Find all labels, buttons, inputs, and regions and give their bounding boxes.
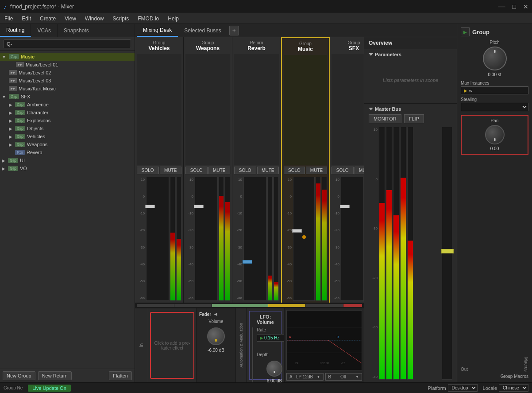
tab-selected-buses[interactable]: Selected Buses [178, 24, 227, 37]
tree-item-ui[interactable]: ▶ Grp UI [0, 156, 135, 164]
fader-thumb-sfx[interactable] [340, 205, 350, 208]
scroll-seg-6-red [343, 304, 362, 307]
minimize-btn[interactable]: — [498, 3, 505, 11]
fader-slider-vehicles[interactable] [146, 177, 169, 301]
channel-weapons: Group Weapons SOLO MUTE 100-10-20-30-40-… [184, 37, 232, 303]
mute-btn-weapons[interactable]: MUTE [208, 167, 231, 174]
flip-button[interactable]: FLIP [404, 114, 424, 123]
solo-btn-music[interactable]: SOLO [284, 167, 305, 174]
parameters-header[interactable]: Parameters [369, 52, 452, 57]
locale-select[interactable]: Chinese [499, 384, 528, 392]
tree-item-music-level03[interactable]: ▶▶ Music/Level 03 [0, 77, 135, 85]
svg-text:A: A [289, 335, 291, 339]
tree-item-music-level02[interactable]: ▶▶ Music/Level 02 [0, 69, 135, 77]
fader-thumb-reverb[interactable] [243, 260, 252, 264]
tab-vcas[interactable]: VCAs [31, 24, 58, 37]
fader-thumb-vehicles[interactable] [145, 205, 155, 208]
menu-help[interactable]: Help [163, 13, 183, 23]
solo-btn-weapons[interactable]: SOLO [185, 167, 208, 174]
fader-slider-reverb[interactable] [243, 177, 266, 301]
mute-btn-vehicles[interactable]: MUTE [160, 167, 182, 174]
fader-slider-sfx[interactable] [341, 177, 364, 301]
fader-area-weapons: 100-10-20-30-40-50-oo [185, 177, 230, 301]
channel-name-vehicles: Vehicles [148, 45, 170, 51]
solo-btn-reverb[interactable]: SOLO [234, 167, 256, 174]
fader-arrow-icon[interactable]: ◄ [213, 311, 218, 317]
tree-item-weapons[interactable]: ▶ Grp Weapons [0, 140, 135, 148]
new-group-button[interactable]: New Group [3, 371, 35, 380]
new-return-button[interactable]: New Return [38, 371, 72, 380]
menu-file[interactable]: File [0, 13, 17, 23]
channel-reverb: Return Reverb SOLO MUTE 100-10-20-30-40-… [232, 37, 281, 303]
monitor-button[interactable]: MONITOR [369, 114, 401, 123]
tree-item-reverb[interactable]: Rtn Reverb [0, 148, 135, 156]
tree-item-music[interactable]: ▼ Grp Music [0, 53, 135, 61]
search-input[interactable] [4, 39, 131, 48]
solo-btn-vehicles[interactable]: SOLO [137, 167, 159, 174]
tree-item-music-level01[interactable]: ▶▶ Music/Level 01 [0, 61, 135, 69]
flatten-button[interactable]: Flatten [109, 371, 132, 380]
tree-item-sfx[interactable]: ▼ Grp SFX [0, 93, 135, 101]
volume-knob[interactable] [207, 327, 225, 345]
menu-fmodio[interactable]: FMOD.io [133, 13, 163, 23]
fader-thumb-weapons[interactable] [194, 205, 204, 208]
stealing-select[interactable] [461, 103, 528, 111]
menu-create[interactable]: Create [35, 13, 60, 23]
master-fader-thumb[interactable] [441, 249, 454, 253]
menu-window[interactable]: Window [81, 13, 108, 23]
menu-view[interactable]: View [60, 13, 81, 23]
effect-slot-prefader[interactable]: Click to add a pre-fader effect [150, 312, 194, 379]
left-panel: Routing VCAs Snapshots ▼ Grp Music ▶▶ [0, 24, 135, 382]
channel-header-sfx: Group SFX [332, 39, 364, 52]
tab-mixing-desk[interactable]: Mixing Desk [137, 24, 178, 37]
fader-strip-reverb [243, 177, 279, 301]
svg-text:-12: -12 [341, 362, 345, 365]
tree-item-ambience[interactable]: ▶ Grp Ambience [0, 101, 135, 109]
maximize-btn[interactable]: □ [513, 3, 516, 10]
group-macros-label: Group Macros [501, 374, 528, 379]
tab-snapshots[interactable]: Snapshots [58, 24, 95, 37]
tree-item-objects[interactable]: ▶ Grp Objects [0, 125, 135, 132]
db-labels-weapons: 100-10-20-30-40-50-oo [185, 177, 193, 301]
tree-item-kart-music[interactable]: ▶▶ Music/Kart Music [0, 85, 135, 93]
group-play-btn[interactable]: ▶ [461, 27, 470, 36]
tab-routing[interactable]: Routing [0, 24, 31, 37]
scroll-seg-5 [306, 304, 343, 307]
mute-btn-sfx[interactable]: MUTE [355, 167, 364, 174]
pitch-label: Pitch [490, 40, 499, 45]
right-area: Mixing Desk Selected Buses + Group [135, 24, 457, 382]
live-update-indicator[interactable]: Live Update On [28, 385, 70, 392]
solo-btn-sfx[interactable]: SOLO [332, 167, 354, 174]
platform-select[interactable]: Desktop [448, 384, 478, 392]
pan-knob[interactable] [485, 125, 505, 144]
master-bus-header[interactable]: Master Bus [369, 106, 452, 112]
close-btn[interactable]: ✕ [523, 3, 528, 10]
pan-value: 0.00 [490, 146, 499, 151]
tree-item-vehicles[interactable]: ▶ Grp Vehicles [0, 132, 135, 140]
mute-btn-music[interactable]: MUTE [306, 167, 327, 174]
macros-label: Macros [524, 357, 528, 372]
band-b-select[interactable]: B Off ▼ [325, 373, 362, 381]
tree-label-level01: Music/Level 01 [26, 62, 58, 67]
svg-text:100: 100 [324, 362, 329, 365]
channel-name-music: Music [298, 46, 313, 52]
pitch-knob[interactable] [483, 47, 507, 70]
max-instances-value-box[interactable]: ▶ ∞ [461, 86, 528, 94]
master-fader-track[interactable] [442, 127, 452, 380]
meter2-music [322, 177, 327, 301]
scroll-indicator [135, 303, 364, 308]
tree-item-vo[interactable]: ▶ Grp VO [0, 164, 135, 172]
menu-edit[interactable]: Edit [17, 13, 35, 23]
menu-scripts[interactable]: Scripts [108, 13, 134, 23]
fader-thumb-music[interactable] [292, 229, 302, 233]
tree-item-explosions[interactable]: ▶ Grp Explosions [0, 117, 135, 125]
channel-sends-music [284, 55, 327, 165]
lfo-depth-knob[interactable] [266, 361, 282, 377]
tree-item-character[interactable]: ▶ Grp Character [0, 109, 135, 117]
add-tab-button[interactable]: + [229, 26, 239, 35]
fader-slider-weapons[interactable] [195, 177, 218, 301]
band-a-select[interactable]: A LP 12dB ▼ [286, 373, 324, 381]
parameters-triangle [369, 53, 373, 56]
fader-slider-music[interactable] [293, 177, 315, 301]
mute-btn-reverb[interactable]: MUTE [257, 167, 279, 174]
